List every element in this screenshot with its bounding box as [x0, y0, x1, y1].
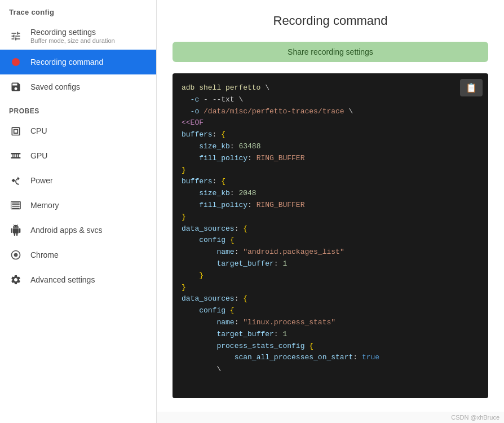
save-icon: [9, 80, 23, 94]
code-line: data_sources: {: [182, 223, 479, 235]
recording-settings-label: Recording settings: [30, 28, 115, 37]
record-dot-icon: [9, 55, 23, 69]
sidebar-item-chrome[interactable]: Chrome: [0, 243, 156, 267]
memory-label: Memory: [30, 201, 59, 210]
code-line: process_stats_config {: [182, 341, 479, 352]
code-line: name: "linux.process_stats": [182, 317, 479, 329]
sidebar-item-advanced[interactable]: Advanced settings: [0, 267, 156, 292]
sidebar-item-recording-command[interactable]: Recording command: [0, 50, 156, 74]
code-line: fill_policy: RING_BUFFER: [182, 153, 479, 165]
main-content: Recording command Share recording settin…: [157, 0, 504, 412]
code-line: -o /data/misc/perfetto-traces/trace \: [182, 106, 479, 118]
chrome-label: Chrome: [30, 250, 59, 259]
gpu-icon: [9, 149, 23, 162]
sidebar-item-power[interactable]: Power: [0, 168, 156, 193]
sidebar-item-cpu[interactable]: CPU: [0, 118, 156, 143]
power-label: Power: [30, 176, 53, 185]
sliders-icon: [9, 29, 23, 43]
code-line: size_kb: 2048: [182, 188, 479, 200]
code-line: buffers: {: [182, 129, 479, 141]
probes-section-label: Probes: [0, 99, 156, 118]
recording-settings-sublabel: Buffer mode, size and duration: [30, 37, 115, 44]
code-content: adb shell perfetto \ -c - --txt \ -o /da…: [182, 82, 479, 376]
code-line: data_sources: {: [182, 293, 479, 305]
code-line: <<EOF: [182, 117, 479, 129]
sidebar-item-saved-configs[interactable]: Saved configs: [0, 74, 156, 99]
code-line: -c - --txt \: [182, 94, 479, 106]
sidebar-item-gpu[interactable]: GPU: [0, 143, 156, 168]
share-recording-button[interactable]: Share recording settings: [173, 42, 488, 62]
memory-icon: [9, 199, 23, 212]
code-line: config {: [182, 305, 479, 317]
code-line: scan_all_processes_on_start: true: [182, 352, 479, 364]
saved-configs-label: Saved configs: [30, 82, 80, 91]
gear-icon: [9, 273, 23, 287]
recording-command-label: Recording command: [30, 58, 103, 67]
code-line: \: [182, 364, 479, 376]
code-block: 📋 adb shell perfetto \ -c - --txt \ -o /…: [173, 73, 488, 398]
code-line: name: "android.packages_list": [182, 246, 479, 258]
sidebar: Trace config Recording settings Buffer m…: [0, 0, 157, 423]
code-line: }: [182, 211, 479, 223]
code-line: size_kb: 63488: [182, 141, 479, 153]
code-line: }: [182, 282, 479, 294]
code-line: }: [182, 270, 479, 282]
code-line: }: [182, 165, 479, 177]
android-icon: [9, 223, 23, 237]
code-line: target_buffer: 1: [182, 258, 479, 270]
power-icon: [9, 174, 23, 187]
code-line: target_buffer: 1: [182, 329, 479, 341]
recording-command-text: Recording command: [30, 58, 103, 67]
cpu-label: CPU: [30, 126, 47, 135]
sidebar-item-memory[interactable]: Memory: [0, 193, 156, 218]
page-title: Recording command: [173, 14, 488, 28]
chrome-icon: [9, 248, 23, 262]
sidebar-title: Trace config: [0, 0, 156, 22]
code-line: buffers: {: [182, 176, 479, 188]
code-line: adb shell perfetto \: [182, 82, 479, 94]
copy-button[interactable]: 📋: [460, 79, 483, 96]
code-line: config {: [182, 235, 479, 246]
watermark: CSDN @xhBruce: [157, 412, 504, 423]
cpu-icon: [9, 124, 23, 138]
advanced-label: Advanced settings: [30, 275, 95, 284]
android-label: Android apps & svcs: [30, 226, 103, 235]
sidebar-item-recording-settings[interactable]: Recording settings Buffer mode, size and…: [0, 22, 156, 50]
gpu-label: GPU: [30, 151, 47, 160]
recording-settings-text: Recording settings Buffer mode, size and…: [30, 28, 115, 44]
sidebar-item-android[interactable]: Android apps & svcs: [0, 218, 156, 243]
code-line: fill_policy: RING_BUFFER: [182, 200, 479, 211]
saved-configs-text: Saved configs: [30, 82, 80, 91]
